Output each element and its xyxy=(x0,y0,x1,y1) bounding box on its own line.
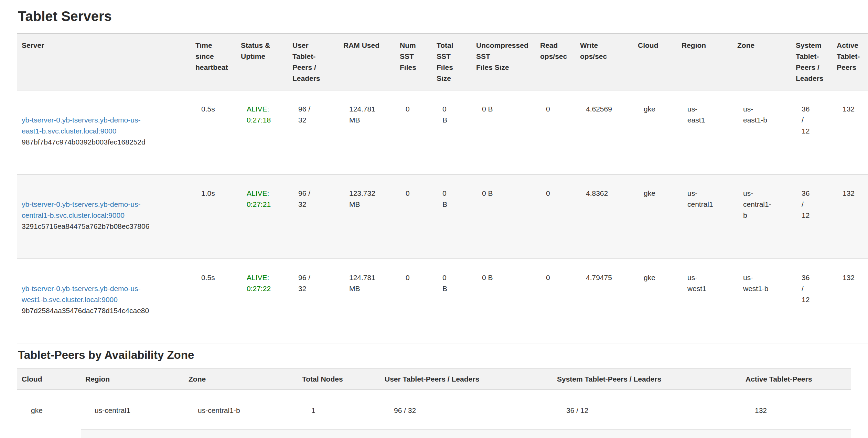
cell-region: us-east1 xyxy=(81,430,184,438)
cell-active-tablet-peers: 132 xyxy=(741,430,851,438)
server-uuid: 3291c5716ea84475a762b7b08ec37806 xyxy=(22,221,187,232)
col-header-status-uptime: Status & Uptime xyxy=(236,34,288,90)
table-row: gke us-central1 us-central1-b 1 96 / 32 … xyxy=(17,389,851,430)
cell-active-tablet-peers: 132 xyxy=(832,174,868,259)
col-header-time-since-heartbeat: Time since heartbeat xyxy=(191,34,236,90)
col-header-active-tablet-peers: Active Tablet-Peers xyxy=(741,369,851,389)
col-header-zone: Zone xyxy=(733,34,791,90)
col-header-write-ops-sec: Write ops/sec xyxy=(576,34,633,90)
cell-total-nodes: 1 xyxy=(298,389,380,430)
cell-cloud: gke xyxy=(633,90,677,174)
cell-total-nodes: 1 xyxy=(298,430,380,438)
cell-zone: us- west1-b xyxy=(733,259,791,343)
col-header-active-tablet-peers: Active Tablet- Peers xyxy=(832,34,868,90)
tablet-servers-header-row: Server Time since heartbeat Status & Upt… xyxy=(17,34,868,90)
table-row: yb-tserver-0.yb-tservers.yb-demo-us- wes… xyxy=(17,259,868,343)
cell-region: us-central1 xyxy=(81,389,184,430)
cell-user-tablet-peers: 96 / 32 xyxy=(288,174,339,259)
cell-write-ops-sec: 4.79475 xyxy=(576,259,633,343)
cell-read-ops-sec: 0 xyxy=(536,90,576,174)
cell-cloud: gke xyxy=(633,259,677,343)
col-header-region: Region xyxy=(677,34,733,90)
server-link[interactable]: yb-tserver-0.yb-tservers.yb-demo-us- eas… xyxy=(22,115,140,137)
cell-total-sst-files-size: 0 B xyxy=(432,90,472,174)
cell-zone: us- east1-b xyxy=(733,90,791,174)
cell-user-tablet-peers: 96 / 32 xyxy=(380,430,553,438)
cell-cloud-group: gke xyxy=(17,389,81,438)
cell-zone: us-central1-b xyxy=(184,389,298,430)
server-uuid: 987bf7b47c974b0392b003fec168252d xyxy=(22,137,187,148)
cell-read-ops-sec: 0 xyxy=(536,174,576,259)
cell-write-ops-sec: 4.8362 xyxy=(576,174,633,259)
cell-server: yb-tserver-0.yb-tservers.yb-demo-us- cen… xyxy=(17,174,191,259)
cell-uncompressed-sst-files-size: 0 B xyxy=(472,174,536,259)
col-header-read-ops-sec: Read ops/sec xyxy=(536,34,576,90)
cell-user-tablet-peers: 96 / 32 xyxy=(380,389,553,430)
cell-cloud: gke xyxy=(633,174,677,259)
cell-system-tablet-peers: 36 / 12 xyxy=(553,389,741,430)
cell-status-uptime: ALIVE: 0:27:22 xyxy=(236,259,288,343)
cell-total-sst-files-size: 0 B xyxy=(432,174,472,259)
table-row: yb-tserver-0.yb-tservers.yb-demo-us- cen… xyxy=(17,174,868,259)
cell-system-tablet-peers: 36 / 12 xyxy=(791,90,832,174)
cell-active-tablet-peers: 132 xyxy=(741,389,851,430)
server-uuid: 9b7d2584aa35476dac778d154c4cae80 xyxy=(22,305,187,316)
cell-ram-used: 123.732 MB xyxy=(339,174,395,259)
cell-ram-used: 124.781 MB xyxy=(339,259,395,343)
table-row: yb-tserver-0.yb-tservers.yb-demo-us- eas… xyxy=(17,90,868,174)
cell-server: yb-tserver-0.yb-tservers.yb-demo-us- eas… xyxy=(17,90,191,174)
col-header-user-tablet-peers-leaders: User Tablet-Peers / Leaders xyxy=(380,369,553,389)
table-row: us-east1 us-east1-b 1 96 / 32 36 / 12 13… xyxy=(17,430,851,438)
cell-num-sst-files: 0 xyxy=(395,174,432,259)
cell-server: yb-tserver-0.yb-tservers.yb-demo-us- wes… xyxy=(17,259,191,343)
col-header-region: Region xyxy=(81,369,184,389)
tablet-peers-by-zone-table: Cloud Region Zone Total Nodes User Table… xyxy=(17,368,851,438)
cell-active-tablet-peers: 132 xyxy=(832,90,868,174)
cell-ram-used: 124.781 MB xyxy=(339,90,395,174)
col-header-total-sst-files-size: Total SST Files Size xyxy=(432,34,472,90)
col-header-cloud: Cloud xyxy=(633,34,677,90)
tablet-servers-table: Server Time since heartbeat Status & Upt… xyxy=(17,33,868,343)
cell-zone: us-east1-b xyxy=(184,430,298,438)
cell-region: us- east1 xyxy=(677,90,733,174)
cell-num-sst-files: 0 xyxy=(395,259,432,343)
cell-status-uptime: ALIVE: 0:27:18 xyxy=(236,90,288,174)
page-content: Tablet Servers Server Time since heartbe… xyxy=(17,0,851,438)
col-header-num-sst-files: Num SST Files xyxy=(395,34,432,90)
cell-time-since-heartbeat: 1.0s xyxy=(191,174,236,259)
cell-status-uptime: ALIVE: 0:27:21 xyxy=(236,174,288,259)
cell-time-since-heartbeat: 0.5s xyxy=(191,259,236,343)
server-link[interactable]: yb-tserver-0.yb-tservers.yb-demo-us- cen… xyxy=(22,199,140,221)
col-header-ram-used: RAM Used xyxy=(339,34,395,90)
zones-header-row: Cloud Region Zone Total Nodes User Table… xyxy=(17,369,851,389)
tablet-peers-by-zone-title: Tablet-Peers by Availability Zone xyxy=(18,348,851,362)
cell-num-sst-files: 0 xyxy=(395,90,432,174)
col-header-user-tablet-peers: User Tablet- Peers / Leaders xyxy=(288,34,339,90)
cell-time-since-heartbeat: 0.5s xyxy=(191,90,236,174)
cell-region: us- central1 xyxy=(677,174,733,259)
cell-system-tablet-peers: 36 / 12 xyxy=(553,430,741,438)
server-link[interactable]: yb-tserver-0.yb-tservers.yb-demo-us- wes… xyxy=(22,283,140,305)
col-header-total-nodes: Total Nodes xyxy=(298,369,380,389)
cell-total-sst-files-size: 0 B xyxy=(432,259,472,343)
cell-system-tablet-peers: 36 / 12 xyxy=(791,259,832,343)
tablet-servers-title: Tablet Servers xyxy=(18,8,851,24)
col-header-server: Server xyxy=(17,34,191,90)
col-header-uncompressed-sst-files-size: Uncompressed SST Files Size xyxy=(472,34,536,90)
cell-user-tablet-peers: 96 / 32 xyxy=(288,259,339,343)
cell-write-ops-sec: 4.62569 xyxy=(576,90,633,174)
cell-uncompressed-sst-files-size: 0 B xyxy=(472,259,536,343)
col-header-cloud: Cloud xyxy=(17,369,81,389)
col-header-system-tablet-peers-leaders: System Tablet-Peers / Leaders xyxy=(553,369,741,389)
cell-active-tablet-peers: 132 xyxy=(832,259,868,343)
cell-uncompressed-sst-files-size: 0 B xyxy=(472,90,536,174)
col-header-system-tablet-peers: System Tablet- Peers / Leaders xyxy=(791,34,832,90)
cell-region: us- west1 xyxy=(677,259,733,343)
col-header-zone: Zone xyxy=(184,369,298,389)
cell-system-tablet-peers: 36 / 12 xyxy=(791,174,832,259)
cell-user-tablet-peers: 96 / 32 xyxy=(288,90,339,174)
cell-zone: us- central1- b xyxy=(733,174,791,259)
cell-read-ops-sec: 0 xyxy=(536,259,576,343)
